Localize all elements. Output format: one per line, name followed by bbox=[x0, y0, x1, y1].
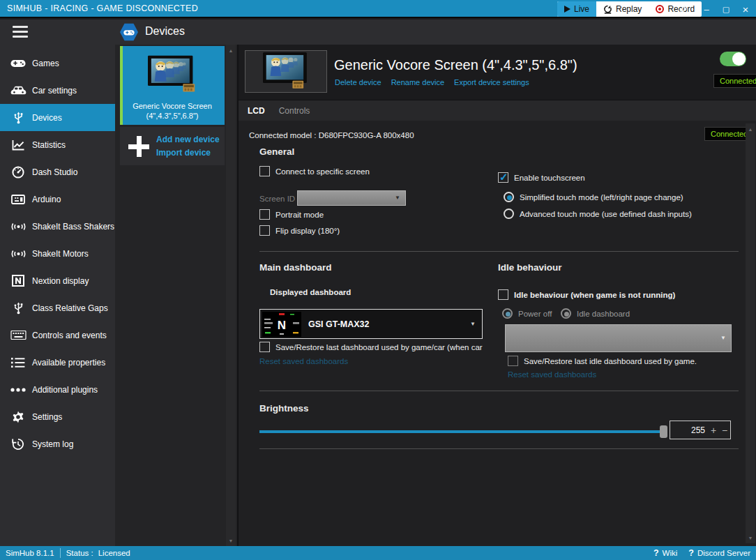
sidebar-item-car-settings[interactable]: Car settings bbox=[0, 77, 115, 104]
app-header: Devices bbox=[0, 20, 756, 45]
chevron-down-icon: ▼ bbox=[395, 195, 400, 201]
import-device-link[interactable]: Import device bbox=[156, 148, 211, 158]
add-device-tile: Add new device Import device bbox=[120, 127, 225, 165]
maximize-button[interactable]: ▢ bbox=[716, 0, 736, 18]
sidebar-item-dash-studio[interactable]: Dash Studio bbox=[0, 158, 115, 186]
sidebar-item-label: ShakeIt Bass Shakers bbox=[32, 222, 114, 232]
window-title: SIMHUB - IRACING - GAME DISCONNECTED bbox=[7, 3, 198, 13]
scroll-up-icon[interactable]: ▲ bbox=[746, 124, 755, 134]
idle-behaviour-checkbox[interactable]: Idle behaviour (when game is not running… bbox=[498, 289, 675, 300]
tab-bar: LCD Controls bbox=[239, 100, 756, 121]
sidebar-item-class-relative-gaps[interactable]: Class Relative Gaps bbox=[0, 294, 115, 321]
pin-button[interactable] bbox=[673, 0, 694, 18]
device-title: Generic Vocore Screen (4",4.3",5",6.8") bbox=[334, 57, 577, 73]
plus-icon bbox=[128, 136, 149, 157]
scroll-down-icon[interactable]: ▼ bbox=[746, 533, 755, 543]
play-icon bbox=[564, 6, 570, 13]
live-button[interactable]: Live bbox=[557, 1, 596, 17]
sidebar-item-settings[interactable]: Settings bbox=[0, 403, 115, 430]
sidebar-item-statistics[interactable]: Statistics bbox=[0, 131, 115, 158]
gear-icon bbox=[9, 411, 27, 423]
checkbox-icon bbox=[259, 342, 270, 352]
device-list-item-vocore[interactable]: Generic Vocore Screen (4",4.3",5",6.8") bbox=[120, 46, 225, 125]
divider bbox=[60, 548, 61, 558]
chart-icon bbox=[9, 139, 27, 151]
list-icon bbox=[9, 357, 27, 368]
scroll-down-icon[interactable]: ▼ bbox=[226, 536, 236, 545]
live-label: Live bbox=[574, 4, 589, 14]
device-list-panel: Generic Vocore Screen (4",4.3",5",6.8") … bbox=[115, 45, 237, 546]
decrement-button[interactable]: − bbox=[719, 425, 730, 436]
sidebar-item-additional-plugins[interactable]: Additional plugins bbox=[0, 376, 115, 403]
close-button[interactable]: × bbox=[735, 0, 756, 18]
titlebar: SIMHUB - IRACING - GAME DISCONNECTED Liv… bbox=[0, 0, 756, 18]
export-device-settings-link[interactable]: Export device settings bbox=[454, 78, 529, 86]
increment-button[interactable]: + bbox=[708, 425, 719, 436]
simplified-touch-radio[interactable]: Simplified touch mode (left/right page c… bbox=[504, 192, 683, 202]
idle-dashboard-radio[interactable]: Idle dashboard bbox=[561, 308, 630, 319]
sidebar-item-shakeit-motors[interactable]: ShakeIt Motors bbox=[0, 240, 115, 267]
sidebar-item-devices[interactable]: Devices bbox=[0, 104, 115, 131]
sidebar-item-shakeit-bass-shakers[interactable]: ShakeIt Bass Shakers bbox=[0, 213, 115, 240]
add-new-device-link[interactable]: Add new device bbox=[156, 135, 220, 144]
sidebar-item-label: Dash Studio bbox=[32, 167, 77, 177]
content-scrollbar[interactable]: ▲ ▼ bbox=[746, 123, 755, 543]
sidebar-item-nextion-display[interactable]: Nextion display bbox=[0, 267, 115, 294]
tab-lcd[interactable]: LCD bbox=[248, 106, 265, 116]
dashboard-value: GSI GT-MAX32 bbox=[308, 319, 370, 329]
chevron-down-icon: ▼ bbox=[720, 335, 726, 341]
divider bbox=[259, 391, 739, 391]
idle-dashboard-dropdown[interactable]: ▼ bbox=[505, 324, 732, 352]
hamburger-menu-icon[interactable] bbox=[13, 26, 28, 38]
gauge-icon bbox=[9, 166, 27, 179]
brightness-value[interactable]: 255 bbox=[670, 425, 708, 435]
sidebar-item-label: Car settings bbox=[32, 86, 77, 96]
save-restore-idle-checkbox[interactable]: Save/Restore last idle dashboard used by… bbox=[508, 356, 697, 366]
sidebar-item-label: Devices bbox=[32, 113, 62, 123]
general-heading: General bbox=[259, 146, 294, 157]
replay-icon bbox=[603, 5, 612, 14]
device-enabled-toggle[interactable] bbox=[720, 52, 746, 66]
delete-device-link[interactable]: Delete device bbox=[335, 78, 381, 86]
brightness-heading: Brightness bbox=[259, 403, 309, 414]
car-icon bbox=[9, 85, 27, 96]
checkbox-checked-icon bbox=[498, 172, 508, 183]
power-off-radio[interactable]: Power off bbox=[502, 308, 552, 319]
connect-specific-screen-checkbox[interactable]: Connect to specific screen bbox=[259, 166, 370, 176]
sidebar-item-available-properties[interactable]: Available properties bbox=[0, 349, 115, 376]
sidebar-item-label: Games bbox=[32, 59, 59, 68]
advanced-touch-radio[interactable]: Advanced touch mode (use defined dash in… bbox=[504, 209, 692, 219]
brightness-slider[interactable] bbox=[259, 425, 667, 438]
sidebar-item-label: Arduino bbox=[32, 195, 61, 204]
chevron-down-icon: ▼ bbox=[470, 321, 476, 327]
ellipsis-icon bbox=[9, 388, 27, 392]
device-list-scrollbar[interactable]: ▲ ▼ bbox=[226, 45, 236, 546]
usb-icon bbox=[9, 112, 27, 124]
flip-display-checkbox[interactable]: Flip display (180°) bbox=[259, 225, 340, 236]
checkbox-icon bbox=[259, 166, 270, 176]
slider-track bbox=[259, 430, 667, 433]
sidebar-item-games[interactable]: Games bbox=[0, 50, 115, 77]
sidebar-item-system-log[interactable]: System log bbox=[0, 430, 115, 457]
dashboard-select[interactable]: N GSI GT-MAX32 ▼ bbox=[259, 309, 483, 339]
minimize-button[interactable]: – bbox=[696, 0, 717, 18]
rename-device-link[interactable]: Rename device bbox=[391, 78, 444, 86]
checkbox-disabled-icon bbox=[508, 356, 518, 366]
svg-text:N: N bbox=[278, 319, 286, 332]
portrait-mode-checkbox[interactable]: Portrait mode bbox=[259, 209, 324, 220]
discord-server-link[interactable]: ? Discord Server bbox=[688, 548, 750, 558]
sidebar-item-controls-and-events[interactable]: Controls and events bbox=[0, 321, 115, 349]
reset-saved-idle-dashboards-link[interactable]: Reset saved dashboards bbox=[508, 370, 596, 379]
device-thumbnail bbox=[148, 53, 197, 96]
save-restore-dashboard-checkbox[interactable]: Save/Restore last dashboard used by game… bbox=[259, 342, 484, 352]
sidebar-item-arduino[interactable]: Arduino bbox=[0, 186, 115, 213]
replay-button[interactable]: Replay bbox=[596, 1, 649, 17]
enable-touchscreen-checkbox[interactable]: Enable touchscreen bbox=[498, 172, 585, 183]
slider-thumb[interactable] bbox=[660, 425, 667, 438]
wiki-link[interactable]: ? Wiki bbox=[653, 548, 677, 558]
scroll-up-icon[interactable]: ▲ bbox=[226, 45, 236, 55]
help-icon: ? bbox=[653, 548, 659, 558]
tab-controls[interactable]: Controls bbox=[279, 106, 310, 116]
screen-id-dropdown[interactable]: ▼ bbox=[297, 190, 406, 206]
reset-saved-dashboards-link[interactable]: Reset saved dashboards bbox=[259, 357, 348, 365]
